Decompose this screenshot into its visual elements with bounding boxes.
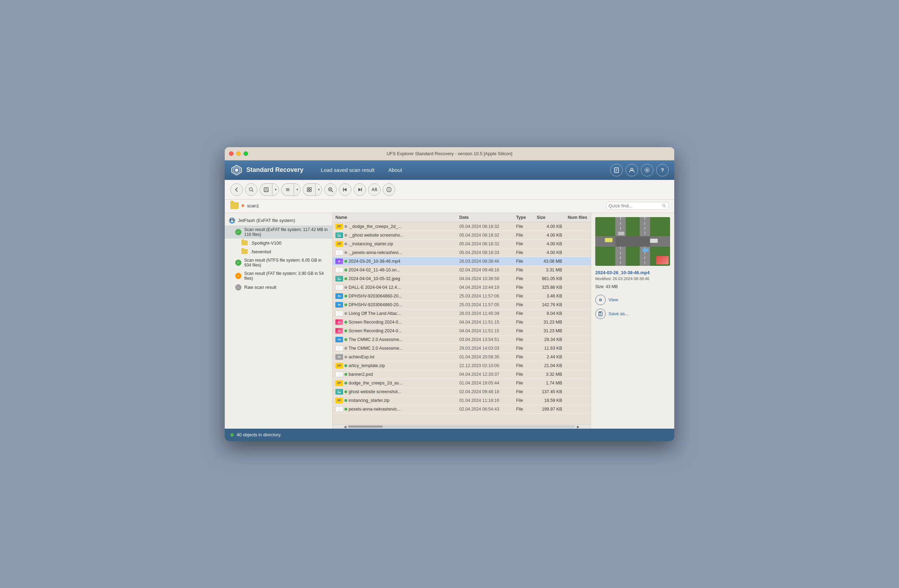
- save-as-label: Save as...: [609, 311, 629, 316]
- sidebar-item-scan-ntfs[interactable]: ✓ Scan result (NTFS file system; 6.05 GB…: [225, 256, 332, 269]
- preview-overlay: [656, 256, 669, 264]
- file-size: 861.05 KB: [534, 274, 565, 283]
- quick-find-box[interactable]: [606, 202, 669, 210]
- file-thumb-photo: [335, 232, 343, 238]
- file-status-dot: [344, 382, 347, 384]
- preview-size: Size: 43 MB: [595, 284, 670, 289]
- settings-icon-btn[interactable]: [641, 164, 653, 176]
- prev-button[interactable]: [339, 184, 351, 196]
- file-numfiles: [565, 370, 591, 378]
- table-row[interactable]: 2024-03-26_10-38-46.mp4 26.03.2024 08:38…: [333, 257, 591, 265]
- col-date[interactable]: Date: [456, 213, 513, 222]
- next-button[interactable]: [354, 184, 366, 196]
- table-row[interactable]: Aa DPHSHV-9203064860-20... 25.03.2024 11…: [333, 300, 591, 309]
- info-button[interactable]: [383, 184, 395, 196]
- minimize-button[interactable]: [236, 151, 241, 156]
- save-as-icon: [595, 309, 606, 319]
- file-numfiles: [565, 248, 591, 257]
- file-name-cell: pexels-anna-nekrashevic...: [333, 404, 456, 414]
- search-button[interactable]: [245, 184, 258, 196]
- table-row[interactable]: ._pexels-anna-nekrashevi... 05.04.2024 0…: [333, 248, 591, 257]
- close-button[interactable]: [229, 151, 233, 156]
- table-row[interactable]: The CMMC 2.0 Assessme... 29.03.2024 14:0…: [333, 344, 591, 352]
- sidebar-item-jetflash[interactable]: 💾 JetFlash (ExFAT file system): [225, 216, 332, 225]
- sidebar-item-scan-fat[interactable]: ✓ Scan result (FAT file system; 3.90 GB …: [225, 269, 332, 282]
- svg-line-22: [332, 191, 333, 192]
- file-status-dot: [344, 277, 347, 280]
- table-row[interactable]: DALL-E 2024-04-04 12.4... 04.04.2024 10:…: [333, 283, 591, 292]
- col-size[interactable]: Size: [534, 213, 565, 222]
- save-as-action[interactable]: Save as...: [595, 309, 670, 319]
- svg-rect-19: [307, 190, 309, 192]
- menu-load-scan[interactable]: Load saved scan result: [314, 164, 381, 176]
- table-row[interactable]: Screen Recording 2024-0... 04.04.2024 11…: [333, 318, 591, 326]
- sidebar-label-raw-scan: Raw scan result: [244, 285, 276, 290]
- back-button[interactable]: [230, 184, 243, 196]
- table-row[interactable]: 2024-04-04_10-05-32.jpeg 04.04.2024 10:3…: [333, 274, 591, 283]
- col-type[interactable]: Type: [513, 213, 534, 222]
- sidebar-item-scan-exfat[interactable]: ✓ Scan result (ExFAT file system; 117.42…: [225, 225, 332, 239]
- file-date: 04.04.2024 10:44:19: [456, 283, 513, 292]
- table-row[interactable]: ZIP ._instancing_starter.zip 05.04.2024 …: [333, 239, 591, 248]
- file-numfiles: [565, 387, 591, 396]
- file-name-cell: 2024-04-02_11-48-10.sn...: [333, 265, 456, 274]
- sidebar: 💾 JetFlash (ExFAT file system) ✓ Scan re…: [225, 213, 333, 429]
- file-date: 02.04.2024 09:48:18: [456, 387, 513, 396]
- table-row[interactable]: Aa DPHSHV-9203064860-20... 25.03.2024 11…: [333, 292, 591, 300]
- user-icon-btn[interactable]: [626, 164, 638, 176]
- file-size: 11.63 KB: [534, 344, 565, 352]
- view-dropdown-arrow[interactable]: ▾: [315, 184, 322, 196]
- scroll-right-arrow[interactable]: ▶: [575, 425, 581, 429]
- sidebar-item-fseventsd[interactable]: .fseventsd: [225, 247, 332, 256]
- table-row[interactable]: pexels-anna-nekrashevic... 02.04.2024 06…: [333, 404, 591, 414]
- col-name[interactable]: Name: [333, 213, 456, 222]
- scroll-left-arrow[interactable]: ◀: [342, 425, 348, 429]
- file-name-cell: banner2.pxd: [333, 370, 456, 378]
- sidebar-label-spotlight: .Spotlight-V100: [250, 241, 281, 245]
- file-status-dot: [344, 225, 347, 228]
- scrollbar-track[interactable]: [348, 426, 575, 427]
- svg-rect-64: [643, 248, 649, 252]
- svg-line-33: [665, 206, 666, 208]
- table-row[interactable]: ZIP instancing_starter.zip 01.04.2024 11…: [333, 396, 591, 404]
- file-status-dot: [344, 321, 347, 324]
- file-numfiles: [565, 378, 591, 387]
- preview-filename: 2024-03-26_10-38-46.mp4: [595, 270, 670, 275]
- table-row[interactable]: Screen Recording 2024-0... 04.04.2024 11…: [333, 326, 591, 335]
- file-type: File: [513, 257, 534, 265]
- save-button[interactable]: [260, 184, 272, 196]
- view-button[interactable]: [303, 184, 315, 196]
- scrollbar-thumb[interactable]: [348, 426, 383, 427]
- file-size: 142.76 KB: [534, 300, 565, 309]
- docs-icon-btn[interactable]: [610, 164, 623, 176]
- table-row[interactable]: banner2.pxd 04.04.2024 12:33:37 File 3.3…: [333, 370, 591, 378]
- sidebar-item-spotlight[interactable]: .Spotlight-V100: [225, 239, 332, 247]
- table-row[interactable]: ZIP dodge_the_creeps_2d_as... 01.04.2024…: [333, 378, 591, 387]
- find-button[interactable]: [324, 184, 337, 196]
- file-name-cell: ZIP articy_template.zip: [333, 361, 456, 370]
- list-dropdown-arrow[interactable]: ▾: [293, 184, 301, 196]
- view-action[interactable]: View: [595, 295, 670, 305]
- list-button[interactable]: [281, 184, 293, 196]
- table-row[interactable]: Aa achievExp.txt 01.04.2024 20:58:35 Fil…: [333, 352, 591, 361]
- sidebar-item-raw-scan[interactable]: ○ Raw scan result: [225, 282, 332, 292]
- table-row[interactable]: Living Off The Land Attac... 28.03.2024 …: [333, 309, 591, 318]
- col-numfiles[interactable]: Num files: [565, 213, 591, 222]
- help-icon-btn[interactable]: ?: [656, 164, 669, 176]
- svg-point-2: [235, 169, 238, 171]
- save-dropdown-arrow[interactable]: ▾: [272, 184, 279, 196]
- table-row[interactable]: ghost website screenshot... 02.04.2024 0…: [333, 387, 591, 396]
- quick-find-input[interactable]: [609, 203, 660, 208]
- font-button[interactable]: Aß: [368, 184, 381, 196]
- table-row[interactable]: ZIP ._dodge_the_creeps_2d_... 05.04.2024…: [333, 222, 591, 231]
- menu-about[interactable]: About: [381, 164, 409, 176]
- file-date: 05.04.2024 08:18:32: [456, 222, 513, 231]
- horizontal-scrollbar[interactable]: ◀ ▶: [333, 424, 591, 429]
- table-row[interactable]: Aa The CMMC 2.0 Assessme... 03.04.2024 1…: [333, 335, 591, 344]
- table-row[interactable]: ZIP articy_template.zip 22.12.2023 02:10…: [333, 361, 591, 370]
- svg-marker-36: [337, 235, 341, 236]
- table-row[interactable]: ._ghost website screensho... 05.04.2024 …: [333, 231, 591, 239]
- maximize-button[interactable]: [244, 151, 248, 156]
- file-thumb-doc: [335, 372, 343, 377]
- table-row[interactable]: 2024-04-02_11-48-10.sn... 02.04.2024 09:…: [333, 265, 591, 274]
